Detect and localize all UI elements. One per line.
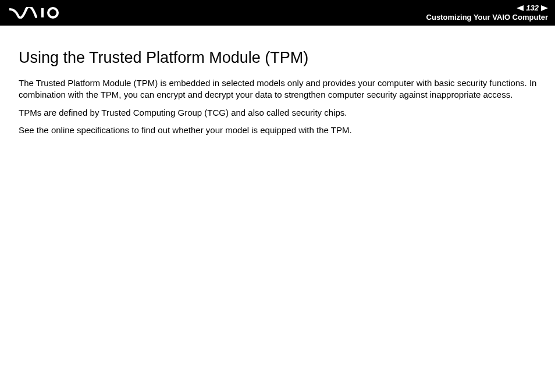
svg-rect-0 — [41, 8, 44, 17]
page-content: Using the Trusted Platform Module (TPM) … — [0, 26, 555, 154]
svg-marker-2 — [517, 5, 524, 11]
page-title: Using the Trusted Platform Module (TPM) — [19, 49, 538, 67]
body-paragraph: TPMs are defined by Trusted Computing Gr… — [19, 107, 538, 119]
prev-page-arrow-icon[interactable] — [517, 5, 524, 11]
next-page-arrow-icon[interactable] — [541, 5, 548, 11]
page-navigation: 132 — [517, 3, 548, 13]
vaio-logo — [9, 7, 67, 19]
svg-marker-3 — [541, 5, 548, 11]
page-number: 132 — [526, 3, 539, 13]
header-right: 132 Customizing Your VAIO Computer — [426, 3, 548, 22]
svg-point-1 — [48, 8, 58, 17]
body-paragraph: See the online specifications to find ou… — [19, 124, 538, 136]
page-header: 132 Customizing Your VAIO Computer — [0, 0, 555, 26]
body-paragraph: The Trusted Platform Module (TPM) is emb… — [19, 77, 538, 101]
section-title: Customizing Your VAIO Computer — [426, 13, 548, 22]
